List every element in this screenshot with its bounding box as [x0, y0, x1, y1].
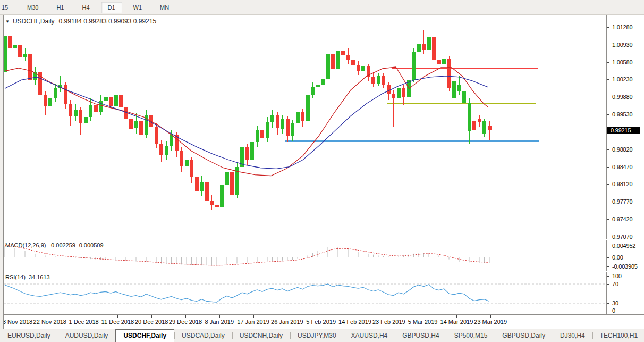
- candle: [250, 142, 254, 160]
- macd-pane[interactable]: MACD(12,26,9)-0.002259 -0.000509 0.00495…: [0, 240, 644, 271]
- candle: [54, 88, 57, 98]
- price-axis: 0.99215 1.012801.009301.005801.002300.99…: [606, 15, 644, 239]
- date-tick-mark: [389, 315, 389, 318]
- candle: [104, 97, 108, 101]
- candle: [341, 51, 345, 55]
- candle: [64, 85, 67, 104]
- candle: [109, 97, 113, 106]
- candle: [89, 105, 92, 117]
- candle: [79, 110, 82, 123]
- rsi-axis-tick: 100: [612, 273, 622, 279]
- rsi-line-chart: [0, 272, 606, 315]
- chart-tab-dj30-h4[interactable]: DJ30,H4: [553, 331, 592, 342]
- macd-values: -0.002259 -0.000509: [49, 242, 103, 248]
- chart-tab-eurusd-daily[interactable]: EURUSD,Daily: [0, 331, 58, 342]
- chart-tab-gbpusd-daily[interactable]: GBPUSD,Daily: [495, 331, 553, 342]
- timeframe-button-15[interactable]: 15: [0, 2, 16, 13]
- price-axis-tick: 1.00230: [612, 76, 632, 82]
- candle: [291, 123, 294, 136]
- price-axis-tick: 0.98820: [612, 146, 632, 153]
- date-tick-mark: [423, 315, 423, 318]
- date-axis-label: 26 Jan 2019: [271, 319, 303, 325]
- axis-tick-mark: [607, 45, 609, 45]
- chart-tab-bar: EURUSD,DailyAUDUSD,DailyUSDCHF,DailyUSDC…: [0, 329, 644, 342]
- date-tick-mark: [253, 315, 254, 318]
- axis-tick-mark: [607, 266, 609, 267]
- candle: [215, 205, 219, 207]
- chart-tab-tech100-h1[interactable]: TECH100,H1: [592, 331, 644, 342]
- chart-tab-usdchf-daily[interactable]: USDCHF,Daily: [115, 329, 174, 342]
- candle: [306, 95, 310, 121]
- candle: [326, 54, 330, 79]
- chart-tab-audusd-daily[interactable]: AUDUSD,Daily: [58, 331, 116, 342]
- candle: [225, 172, 229, 185]
- date-axis-label: 13 Nov 2018: [0, 319, 32, 325]
- macd-label: MACD(12,26,9)-0.002259 -0.000509: [5, 242, 104, 248]
- date-axis-label: 17 Jan 2019: [237, 319, 269, 325]
- candlestick-chart[interactable]: [0, 15, 606, 239]
- candle: [155, 127, 158, 144]
- rsi-axis-tick: 30: [612, 300, 618, 306]
- price-chart-pane[interactable]: ▼USDCHF,Daily0.99184 0.99283 0.99093 0.9…: [0, 15, 644, 239]
- candle: [361, 66, 365, 71]
- axis-tick-mark: [607, 79, 609, 80]
- candle: [8, 36, 12, 48]
- date-axis-label: 29 Dec 2018: [169, 319, 202, 325]
- timeframe-button-h4[interactable]: H4: [75, 2, 96, 13]
- price-axis-tick: 0.97770: [612, 198, 632, 205]
- candle: [437, 60, 441, 64]
- chart-tab-usdcnh-daily[interactable]: USDCNH,Daily: [232, 331, 290, 342]
- rsi-pane[interactable]: RSI(14)34.1613 10070300: [0, 272, 644, 315]
- timeframe-button-mn[interactable]: MN: [153, 2, 176, 13]
- candle: [48, 98, 52, 106]
- axis-tick-mark: [607, 276, 609, 277]
- chevron-down-icon[interactable]: ▼: [5, 19, 10, 24]
- macd-axis-tick: -0.003905: [612, 263, 638, 270]
- chart-tab-usdcad-daily[interactable]: USDCAD,Daily: [174, 331, 232, 342]
- date-tick-mark: [117, 315, 118, 318]
- chart-symbol-label: USDCHF,Daily: [13, 18, 55, 25]
- chart-tab-usdjpy-m30[interactable]: USDJPY,M30: [290, 331, 343, 342]
- rsi-axis-tick: 0: [612, 307, 615, 314]
- timeframe-button-d1[interactable]: D1: [101, 2, 122, 13]
- candle: [321, 79, 325, 85]
- axis-tick-mark: [607, 284, 609, 285]
- chart-ohlc-values: 0.99184 0.99283 0.99093 0.99215: [59, 18, 157, 25]
- timeframe-button-m30[interactable]: M30: [20, 2, 45, 13]
- date-axis-label: 5 Feb 2019: [306, 319, 336, 325]
- date-tick-mark: [287, 315, 287, 318]
- candle: [134, 121, 138, 128]
- candle: [452, 81, 456, 98]
- macd-axis-tick: 0.00: [612, 254, 623, 261]
- candle: [180, 151, 183, 166]
- chart-tab-gbpusd-h4[interactable]: GBPUSD,H4: [395, 331, 446, 342]
- chart-tab-sp500-m15[interactable]: SP500,M15: [447, 331, 495, 342]
- candle: [286, 119, 290, 136]
- macd-axis-tick: 0.004952: [612, 243, 635, 249]
- candle: [44, 95, 47, 106]
- axis-tick-mark: [607, 62, 609, 63]
- current-price-tag: 0.99215: [607, 127, 640, 134]
- chart-tab-xauusd-h4[interactable]: XAUUSD,H4: [344, 331, 395, 342]
- candle: [13, 45, 17, 49]
- candle: [397, 88, 401, 98]
- axis-tick-mark: [607, 237, 609, 237]
- candle: [84, 117, 88, 123]
- date-tick-mark: [490, 315, 491, 318]
- candle: [422, 44, 426, 50]
- candle: [412, 52, 416, 80]
- candle: [139, 121, 143, 135]
- timeframe-button-w1[interactable]: W1: [126, 2, 149, 13]
- timeframe-button-h1[interactable]: H1: [49, 2, 71, 13]
- price-axis-tick: 1.00580: [612, 59, 632, 65]
- window-left-frame: [0, 15, 4, 329]
- candle: [185, 160, 189, 166]
- candle: [129, 119, 133, 129]
- candle: [260, 130, 264, 138]
- candle: [276, 115, 279, 128]
- date-tick-mark: [219, 315, 220, 318]
- chart-window: ▼USDCHF,Daily0.99184 0.99283 0.99093 0.9…: [0, 15, 644, 329]
- candle: [478, 119, 481, 123]
- horizontal-level-line[interactable]: [387, 103, 536, 104]
- candle: [200, 182, 204, 191]
